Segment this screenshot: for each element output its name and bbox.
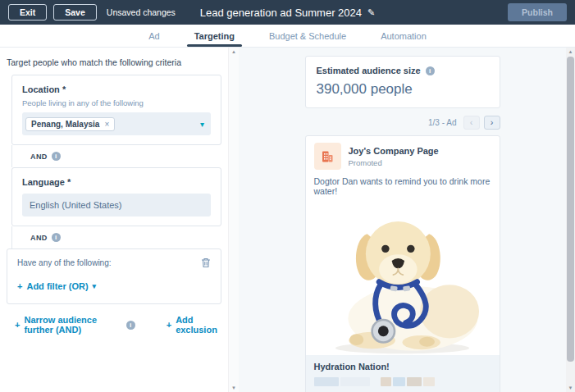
scroll-down-icon[interactable]: ▼: [568, 385, 573, 391]
plus-icon: +: [167, 320, 171, 330]
tab-budget-schedule[interactable]: Budget & Schedule: [267, 25, 349, 47]
exit-button[interactable]: Exit: [8, 4, 47, 21]
narrow-audience-info-icon[interactable]: i: [126, 321, 135, 330]
unsaved-changes-label: Unsaved changes: [107, 7, 176, 17]
avatar: [314, 143, 341, 170]
scroll-down-icon[interactable]: ▼: [231, 385, 236, 391]
ad-title: Lead generation ad Summer 2024 ✎: [200, 7, 376, 19]
location-input[interactable]: Penang, Malaysia × ▾: [22, 112, 211, 135]
ad-editor-window: Exit Save Unsaved changes Lead generatio…: [0, 0, 575, 392]
company-buildings-icon: [320, 149, 335, 164]
pager-next-button[interactable]: ›: [484, 116, 500, 130]
location-tag[interactable]: Penang, Malaysia ×: [25, 117, 115, 131]
publish-button[interactable]: Publish: [508, 3, 567, 21]
ad-caption-band: Hydration Nation!: [306, 355, 500, 392]
criteria-heading: Target people who match the following cr…: [7, 57, 221, 67]
language-input[interactable]: English (United States): [22, 194, 211, 217]
tab-bar: Ad Targeting Budget & Schedule Automatio…: [0, 25, 575, 48]
placeholder-bar: [340, 377, 370, 386]
audience-title: Estimated audience size: [317, 66, 421, 75]
pager-label: 1/3 - Ad: [428, 118, 456, 127]
and-info-icon[interactable]: i: [52, 233, 61, 242]
placeholder-bars: [314, 377, 491, 386]
edit-title-pencil-icon[interactable]: ✎: [367, 7, 375, 18]
targeting-panel: Target people who match the following cr…: [0, 48, 228, 392]
preview-scrollbar[interactable]: ▲ ▼: [566, 48, 575, 392]
left-panel-scrollbar[interactable]: ▲ ▼: [228, 48, 239, 392]
ad-promoted-label: Promoted: [349, 158, 439, 167]
plus-icon: +: [17, 281, 22, 291]
tab-automation[interactable]: Automation: [378, 25, 429, 47]
delete-filter-group-button[interactable]: [201, 258, 211, 268]
add-filter-caret-icon: ▾: [93, 282, 97, 290]
main-area: Target people who match the following cr…: [0, 48, 575, 392]
and-connector-1: AND i: [11, 145, 221, 167]
and-connector-2: AND i: [11, 226, 221, 248]
audience-value: 390,000 people: [317, 81, 489, 98]
ad-preview-card: Joy's Company Page Promoted Dogtor Dan w…: [305, 135, 500, 392]
add-filter-label: Add filter (OR): [26, 281, 88, 291]
location-dropdown-caret-icon[interactable]: ▾: [200, 120, 204, 129]
narrow-audience-button[interactable]: + Narrow audience further (AND) i: [15, 315, 135, 335]
language-label: Language *: [22, 177, 211, 187]
ad-image-puppy-with-stethoscope: [306, 201, 500, 355]
placeholder-bar: [314, 377, 339, 386]
plus-icon: +: [15, 320, 20, 330]
ad-body-text: Dogtor Dan wants to remind you to drink …: [306, 175, 500, 201]
ad-page-meta: Joy's Company Page Promoted: [349, 146, 439, 167]
placeholder-bar: [407, 377, 422, 386]
ad-headline: Hydration Nation!: [314, 362, 491, 371]
placeholder-bar: [381, 377, 391, 386]
and-label: AND: [30, 153, 48, 161]
tab-targeting[interactable]: Targeting: [192, 25, 237, 47]
add-filter-button[interactable]: + Add filter (OR) ▾: [17, 281, 96, 291]
filter-group-card: Have any of the following: + Add filter …: [7, 248, 221, 304]
trash-icon: [201, 258, 211, 268]
page-title: Lead generation ad Summer 2024: [200, 7, 362, 19]
and-info-icon[interactable]: i: [52, 152, 61, 161]
tab-ad[interactable]: Ad: [146, 25, 162, 47]
ad-header: Joy's Company Page Promoted: [306, 136, 500, 175]
location-tag-label: Penang, Malaysia: [31, 120, 99, 129]
preview-pager: 1/3 - Ad ‹ ›: [305, 116, 500, 130]
estimated-audience-card: Estimated audience size i 390,000 people: [305, 56, 500, 108]
remove-tag-icon[interactable]: ×: [104, 120, 109, 129]
add-exclusion-label: Add exclusion: [176, 315, 221, 335]
add-exclusion-button[interactable]: + Add exclusion: [167, 315, 221, 335]
location-label: Location *: [22, 84, 211, 94]
filter-group-heading: Have any of the following:: [17, 258, 112, 267]
location-card: Location * People living in any of the f…: [11, 75, 221, 145]
language-card: Language * English (United States): [11, 167, 221, 226]
scrollbar-thumb[interactable]: [567, 57, 574, 362]
and-label: AND: [30, 234, 48, 242]
topbar: Exit Save Unsaved changes Lead generatio…: [0, 0, 575, 25]
pager-prev-button[interactable]: ‹: [463, 116, 480, 130]
scroll-up-icon[interactable]: ▲: [568, 48, 573, 55]
narrow-audience-label: Narrow audience further (AND): [24, 315, 121, 335]
location-helper: People living in any of the following: [22, 98, 211, 107]
audience-info-icon[interactable]: i: [426, 66, 435, 75]
preview-panel: Estimated audience size i 390,000 people…: [239, 48, 566, 392]
ad-page-name: Joy's Company Page: [349, 146, 439, 156]
puppy-illustration: [314, 206, 491, 355]
scroll-up-icon[interactable]: ▲: [231, 48, 236, 55]
save-button[interactable]: Save: [53, 4, 97, 21]
placeholder-bar: [423, 377, 435, 386]
placeholder-bar: [393, 377, 405, 386]
